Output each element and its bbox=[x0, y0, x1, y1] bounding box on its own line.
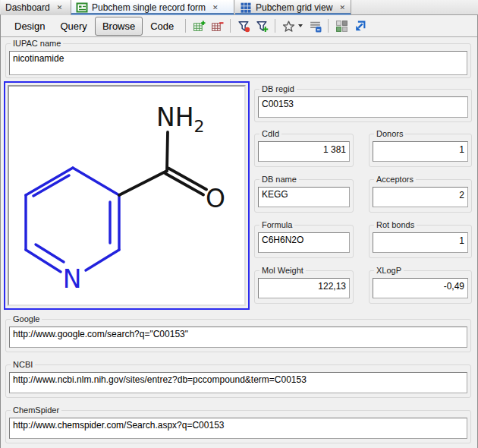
db-regid-field[interactable]: C00153 bbox=[258, 96, 468, 118]
field-label: Rot bonds bbox=[374, 220, 417, 230]
google-url-field[interactable]: http://www.google.com/search?q="C00153" bbox=[9, 327, 467, 348]
structure-canvas[interactable]: N O NH2 bbox=[8, 85, 246, 306]
group-google: Google http://www.google.com/search?q="C… bbox=[5, 319, 471, 352]
db-name-field[interactable]: KEGG bbox=[258, 187, 350, 207]
form-icon bbox=[76, 2, 88, 14]
fields-list-icon bbox=[309, 20, 322, 33]
add-row-button[interactable] bbox=[190, 17, 208, 35]
tab-pubchem-single-record-form[interactable]: Pubchem single record form ✕ bbox=[71, 0, 234, 15]
field-label: Google bbox=[11, 314, 42, 324]
rot-bonds-field[interactable]: 1 bbox=[373, 232, 468, 253]
mol-weight-field[interactable]: 122,13 bbox=[258, 278, 350, 298]
group-db-regid: DB regid C00153 bbox=[254, 89, 472, 122]
favorites-star-icon bbox=[282, 20, 295, 33]
close-icon[interactable]: ✕ bbox=[339, 5, 345, 11]
group-xlogp: XLogP -0,49 bbox=[369, 270, 472, 304]
acceptors-field[interactable]: 2 bbox=[373, 187, 468, 207]
group-iupac-name: IUPAC name nicotinamide bbox=[5, 43, 471, 78]
field-label: Acceptors bbox=[374, 175, 416, 185]
amine-label: NH2 bbox=[156, 103, 205, 136]
field-label: XLogP bbox=[374, 266, 404, 276]
views-button[interactable] bbox=[332, 17, 351, 35]
filter-icon bbox=[237, 20, 250, 33]
toolbar: Design Query Browse Code bbox=[1, 15, 477, 37]
fields-list-button[interactable] bbox=[306, 17, 324, 35]
tab-label: Pubchem grid view bbox=[256, 2, 332, 13]
xlogp-field[interactable]: -0,49 bbox=[373, 278, 468, 298]
iupac-name-field[interactable]: nicotinamide bbox=[9, 51, 467, 75]
field-label: CdId bbox=[259, 129, 281, 139]
field-label: IUPAC name bbox=[11, 39, 63, 49]
close-icon[interactable]: ✕ bbox=[57, 5, 63, 11]
filter-add-icon bbox=[256, 20, 269, 33]
favorites-button[interactable] bbox=[279, 17, 297, 35]
field-label: NCBI bbox=[11, 360, 35, 370]
chemspider-url-field[interactable]: http://www.chemspider.com/Search.aspx?q=… bbox=[9, 418, 467, 439]
group-acceptors: Acceptors 2 bbox=[369, 179, 472, 213]
export-window-icon bbox=[354, 20, 366, 33]
query-mode-button[interactable]: Query bbox=[52, 17, 94, 36]
group-cdid: CdId 1 381 bbox=[254, 134, 354, 167]
tab-label: Dashboard bbox=[5, 2, 50, 13]
cdid-field[interactable]: 1 381 bbox=[258, 141, 350, 162]
toolbar-separator bbox=[275, 19, 275, 33]
group-formula: Formula C6H6N2O bbox=[254, 225, 354, 258]
group-rot-bonds: Rot bonds 1 bbox=[369, 225, 472, 258]
group-db-name: DB name KEGG bbox=[254, 179, 354, 213]
field-label: Mol Weight bbox=[259, 266, 306, 276]
export-window-button[interactable] bbox=[351, 17, 369, 35]
dropdown-caret-icon[interactable] bbox=[298, 24, 303, 27]
close-icon[interactable]: ✕ bbox=[212, 5, 219, 11]
tab-label: Pubchem single record form bbox=[92, 2, 206, 13]
tab-bar: Dashboard ✕ Pubchem single record form ✕ bbox=[0, 0, 478, 15]
app-window: Dashboard ✕ Pubchem single record form ✕ bbox=[0, 0, 478, 448]
donors-field[interactable]: 1 bbox=[373, 141, 468, 162]
ring-nitrogen-label: N bbox=[63, 264, 82, 294]
browse-mode-button[interactable]: Browse bbox=[95, 17, 143, 36]
structure-panel[interactable]: N O NH2 bbox=[4, 81, 250, 310]
toolbar-separator bbox=[230, 19, 231, 33]
add-row-icon bbox=[193, 20, 206, 33]
field-label: DB regid bbox=[259, 84, 297, 94]
remove-row-icon bbox=[211, 20, 224, 33]
field-label: Donors bbox=[374, 129, 405, 139]
remove-row-button[interactable] bbox=[208, 17, 226, 35]
views-icon bbox=[335, 20, 348, 33]
toolbar-separator bbox=[328, 19, 329, 33]
field-label: Formula bbox=[259, 220, 294, 230]
group-ncbi: NCBI http://www.ncbi.nlm.nih.gov/sites/e… bbox=[5, 364, 471, 398]
oxygen-label: O bbox=[206, 184, 225, 213]
filter-button[interactable] bbox=[234, 17, 253, 35]
molecule-structure: N O NH2 bbox=[9, 87, 244, 304]
tab-pubchem-grid-view[interactable]: Pubchem grid view ✕ bbox=[235, 0, 351, 15]
ncbi-url-field[interactable]: http://www.ncbi.nlm.nih.gov/sites/entrez… bbox=[9, 372, 467, 393]
toolbar-separator bbox=[185, 19, 186, 33]
group-chemspider: ChemSpider http://www.chemspider.com/Sea… bbox=[5, 410, 471, 443]
group-mol-weight: Mol Weight 122,13 bbox=[254, 270, 354, 304]
field-label: ChemSpider bbox=[11, 405, 61, 415]
field-label: DB name bbox=[259, 175, 299, 185]
design-mode-button[interactable]: Design bbox=[7, 17, 52, 36]
amide-group bbox=[119, 132, 206, 195]
grid-view-icon bbox=[240, 2, 252, 14]
code-mode-button[interactable]: Code bbox=[143, 17, 181, 36]
group-donors: Donors 1 bbox=[369, 134, 472, 167]
formula-field[interactable]: C6H6N2O bbox=[258, 232, 350, 253]
pyridine-ring bbox=[26, 168, 119, 272]
tab-dashboard[interactable]: Dashboard ✕ bbox=[1, 0, 71, 15]
filter-add-button[interactable] bbox=[253, 17, 271, 35]
